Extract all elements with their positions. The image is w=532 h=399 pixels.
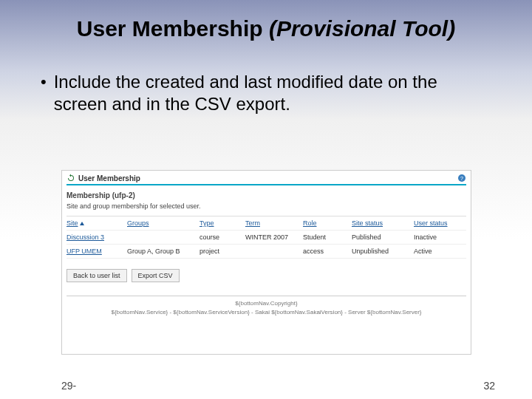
svg-text:?: ? bbox=[460, 176, 463, 181]
cell-user-status: Inactive bbox=[414, 233, 460, 241]
col-role[interactable]: Role bbox=[303, 219, 352, 227]
cell-type: project bbox=[200, 248, 245, 255]
cell-type: course bbox=[200, 233, 245, 241]
slide-title: User Membership (Provisional Tool) bbox=[0, 0, 532, 41]
cell-term: WINTER 2007 bbox=[245, 233, 303, 241]
panel-footer: ${bottomNav.Copyright} ${bottomNav.Servi… bbox=[62, 299, 471, 317]
col-type[interactable]: Type bbox=[200, 219, 245, 227]
panel-title: User Membership bbox=[78, 174, 140, 183]
export-csv-button[interactable]: Export CSV bbox=[132, 269, 180, 282]
footer-line-1: ${bottomNav.Copyright} bbox=[62, 299, 471, 308]
bullet-text: Include the created and last modified da… bbox=[54, 71, 495, 115]
cell-role: access bbox=[303, 248, 352, 255]
panel-header: User Membership ? bbox=[62, 171, 471, 184]
divider bbox=[66, 296, 466, 296]
title-italic: (Provisional Tool) bbox=[269, 16, 455, 41]
col-user-status[interactable]: User status bbox=[414, 219, 460, 227]
footer-line-2: ${bottomNav.Service} - ${bottomNav.Servi… bbox=[62, 308, 471, 317]
help-icon[interactable]: ? bbox=[457, 174, 466, 183]
cell-site-status: Unpublished bbox=[352, 248, 414, 255]
slide-number: 32 bbox=[483, 380, 495, 392]
bullet-item: • Include the created and last modified … bbox=[41, 71, 495, 115]
back-button[interactable]: Back to user list bbox=[66, 269, 127, 282]
slide: User Membership (Provisional Tool) • Inc… bbox=[0, 0, 532, 399]
table-row: Discussion 3 course WINTER 2007 Student … bbox=[66, 231, 466, 245]
sort-asc-icon bbox=[80, 222, 84, 225]
table-header-row: Site Groups Type Term Role Site status U… bbox=[66, 216, 466, 231]
cell-site[interactable]: Discussion 3 bbox=[66, 233, 127, 241]
section-title: Membership (ufp-2) bbox=[62, 185, 471, 201]
refresh-icon[interactable] bbox=[66, 174, 75, 183]
cell-site-status: Published bbox=[352, 233, 414, 241]
col-site-status[interactable]: Site status bbox=[352, 219, 414, 227]
cell-groups: Group A, Group B bbox=[127, 248, 200, 255]
title-main: User Membership bbox=[77, 16, 269, 41]
table-row: UFP UMEM Group A, Group B project access… bbox=[66, 245, 466, 259]
slide-footer-left: 29- bbox=[61, 380, 76, 392]
membership-panel: User Membership ? Membership (ufp-2) Sit… bbox=[61, 170, 471, 355]
col-groups[interactable]: Groups bbox=[127, 219, 200, 227]
col-site[interactable]: Site bbox=[66, 219, 127, 227]
section-desc: Site and group membership for selected u… bbox=[62, 201, 471, 213]
bullet-dot-icon: • bbox=[41, 71, 47, 93]
cell-site[interactable]: UFP UMEM bbox=[66, 248, 127, 255]
button-row: Back to user list Export CSV bbox=[66, 269, 466, 282]
membership-table: Site Groups Type Term Role Site status U… bbox=[66, 216, 466, 259]
cell-user-status: Active bbox=[414, 248, 460, 255]
col-term[interactable]: Term bbox=[245, 219, 303, 227]
cell-role: Student bbox=[303, 233, 352, 241]
